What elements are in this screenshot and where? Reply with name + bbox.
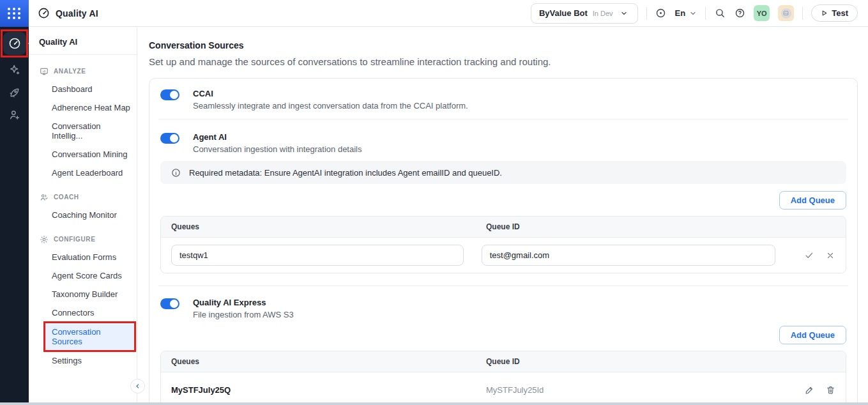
chevron-down-icon [618, 8, 630, 19]
agent-ai-toggle[interactable] [160, 133, 179, 144]
section-label: CONFIGURE [54, 236, 95, 243]
close-icon[interactable] [825, 250, 835, 261]
test-button[interactable]: Test [811, 4, 858, 22]
divider [646, 7, 647, 20]
chevron-left-icon [135, 383, 141, 389]
user-avatar[interactable]: YO [754, 5, 770, 21]
queue-id-cell: MySTFJuly25Id [464, 385, 802, 395]
sidebar-item-settings[interactable]: Settings [29, 351, 137, 370]
target-icon[interactable] [655, 8, 667, 19]
add-queue-button-express[interactable]: Add Queue [779, 326, 846, 344]
org-avatar[interactable] [778, 5, 794, 21]
gear-icon [39, 234, 49, 244]
table-row: MySTFJuly25Q MySTFJuly25Id [161, 372, 846, 405]
divider [802, 7, 803, 20]
icon-rail [0, 0, 29, 405]
agent-ai-queue-table: Queues Queue ID [160, 216, 846, 273]
source-name: Agent AI [193, 132, 362, 142]
gauge-icon [8, 37, 21, 50]
ccai-toggle[interactable] [160, 89, 179, 100]
sidebar-title: Quality AI [29, 34, 137, 54]
divider [158, 286, 848, 286]
sidebar-item-coaching-monitor[interactable]: Coaching Monitor [29, 206, 137, 224]
sidebar-section-analyze: ANALYZE [29, 61, 137, 80]
quality-ai-express-toggle[interactable] [160, 298, 179, 309]
source-description: Conversation ingestion with integration … [193, 144, 362, 154]
metadata-info-banner: Required metadata: Ensure AgentAI integr… [160, 161, 846, 184]
table-edit-row [161, 238, 846, 273]
bot-env-badge: In Dev [593, 10, 613, 17]
sidebar-section-coach: COACH [29, 187, 137, 206]
source-description: Seamlessly integrate and ingest conversa… [193, 101, 468, 111]
confirm-icon[interactable] [803, 250, 814, 261]
sidebar-collapse-button[interactable] [130, 379, 145, 394]
sidebar-item-label: Conversation Sources [52, 327, 101, 346]
source-row-quality-ai-express: Quality AI Express File ingestion from A… [160, 298, 846, 319]
top-bar: Quality AI ByValue Bot In Dev En [29, 0, 868, 27]
app-title: Quality AI [56, 8, 98, 19]
app-launcher-button[interactable] [0, 0, 29, 27]
add-queue-button-agent-ai[interactable]: Add Queue [779, 191, 846, 210]
page-subtitle: Set up and manage the sources of convers… [149, 56, 858, 67]
sources-card: CCAI Seamlessly integrate and ingest con… [149, 78, 858, 405]
test-button-label: Test [832, 8, 848, 18]
sidebar: Quality AI ANALYZE Dashboard Adherence H… [29, 27, 137, 405]
sidebar-item-agent-leaderboard[interactable]: Agent Leaderboard [29, 164, 137, 182]
section-label: ANALYZE [54, 68, 86, 75]
page-title: Conversation Sources [149, 40, 858, 50]
help-icon[interactable] [734, 8, 745, 19]
sidebar-item-adherence-heat-map[interactable]: Adherence Heat Map [29, 98, 137, 117]
sidebar-item-conversation-sources[interactable]: Conversation Sources [45, 323, 134, 350]
source-name: Quality AI Express [193, 298, 294, 307]
window-bottom-edge [0, 402, 868, 405]
sidebar-item-evaluation-forms[interactable]: Evaluation Forms [29, 248, 137, 266]
play-icon [821, 10, 828, 17]
sidebar-item-agent-score-cards[interactable]: Agent Score Cards [29, 266, 137, 285]
sidebar-item-conversation-mining[interactable]: Conversation Mining [29, 145, 137, 164]
table-header-row: Queues Queue ID [161, 351, 846, 372]
sidebar-item-dashboard[interactable]: Dashboard [29, 80, 137, 98]
search-icon[interactable] [714, 8, 726, 19]
divider [158, 119, 848, 119]
banner-text: Required metadata: Ensure AgentAI integr… [189, 168, 502, 178]
edit-icon[interactable] [804, 385, 814, 395]
language-label: En [675, 8, 686, 18]
grid-icon [8, 8, 21, 19]
sidebar-item-conversation-intelligence[interactable]: Conversation Intellig... [29, 117, 137, 145]
queue-name-cell: MySTFJuly25Q [171, 385, 464, 395]
app-title-wrap: Quality AI [38, 7, 98, 19]
source-description: File ingestion from AWS S3 [193, 310, 294, 319]
column-header-queue-id: Queue ID [464, 357, 835, 366]
monitor-icon [39, 66, 49, 76]
rail-item-rocket[interactable] [8, 86, 21, 99]
section-label: COACH [54, 194, 79, 201]
sidebar-item-connectors[interactable]: Connectors [29, 303, 137, 322]
column-header-queue-id: Queue ID [464, 222, 835, 231]
source-row-agent-ai: Agent AI Conversation ingestion with int… [160, 132, 846, 154]
divider [705, 7, 706, 20]
rail-item-quality-ai[interactable] [3, 32, 26, 55]
image-avatar-icon [781, 8, 791, 19]
delete-icon[interactable] [825, 385, 835, 395]
main-content: Conversation Sources Set up and manage t… [137, 27, 868, 405]
avatar-initials: YO [757, 10, 767, 17]
express-queue-table: Queues Queue ID MySTFJuly25Q MySTFJuly25… [160, 351, 846, 405]
queue-id-input[interactable] [482, 245, 776, 266]
column-header-queues: Queues [171, 357, 464, 366]
people-icon [39, 192, 49, 202]
rail-item-ai-sparkle[interactable] [8, 64, 21, 77]
language-selector[interactable]: En [675, 8, 697, 18]
caret-left-icon [28, 39, 34, 48]
source-name: CCAI [193, 89, 468, 98]
app-window: Quality AI ByValue Bot In Dev En [0, 0, 868, 405]
column-header-queues: Queues [171, 222, 464, 231]
rail-item-add-user[interactable] [8, 109, 21, 121]
bot-selector[interactable]: ByValue Bot In Dev [531, 3, 638, 24]
source-row-ccai: CCAI Seamlessly integrate and ingest con… [160, 89, 846, 111]
sidebar-section-configure: CONFIGURE [29, 229, 137, 248]
bot-name: ByValue Bot [539, 8, 588, 18]
table-header-row: Queues Queue ID [161, 217, 846, 238]
divider [29, 54, 137, 55]
queue-name-input[interactable] [171, 245, 464, 266]
sidebar-item-taxonomy-builder[interactable]: Taxonomy Builder [29, 285, 137, 303]
